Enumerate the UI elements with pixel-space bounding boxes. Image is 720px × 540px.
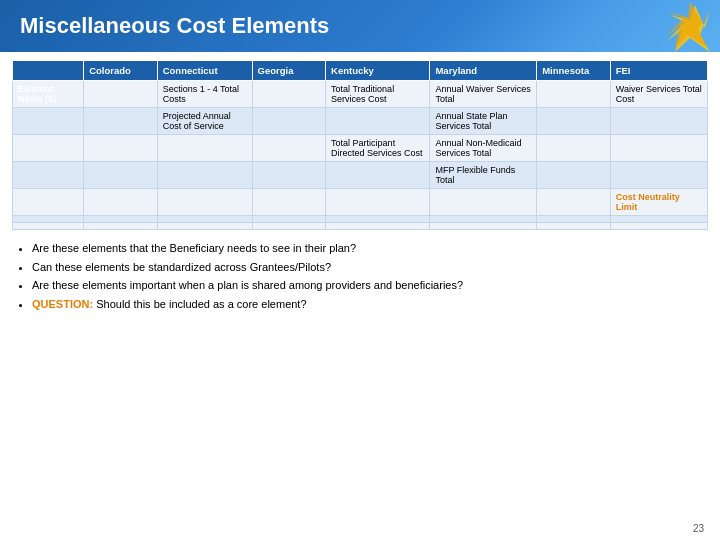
fei-cell-6 — [610, 223, 707, 230]
fei-cell-0: Waiver Services Total Cost — [610, 81, 707, 108]
connecticut-cell-2 — [157, 135, 252, 162]
col-header-colorado: Colorado — [84, 61, 158, 81]
element-name-cell-6 — [13, 223, 84, 230]
georgia-cell-2 — [252, 135, 326, 162]
maryland-cell-1: Annual State Plan Services Total — [430, 108, 537, 135]
kentucky-cell-4 — [326, 189, 430, 216]
connecticut-cell-1: Projected Annual Cost of Service — [157, 108, 252, 135]
kentucky-cell-5 — [326, 216, 430, 223]
element-name-cell-2 — [13, 135, 84, 162]
minnesota-cell-3 — [537, 162, 611, 189]
col-header-element — [13, 61, 84, 81]
table-row — [13, 216, 708, 223]
colorado-cell-2 — [84, 135, 158, 162]
connecticut-cell-3 — [157, 162, 252, 189]
georgia-cell-1 — [252, 108, 326, 135]
table-row: Cost Neutrality Limit — [13, 189, 708, 216]
georgia-cell-4 — [252, 189, 326, 216]
colorado-cell-5 — [84, 216, 158, 223]
bullet-section: Are these elements that the Beneficiary … — [0, 234, 720, 318]
maryland-cell-4 — [430, 189, 537, 216]
georgia-cell-3 — [252, 162, 326, 189]
table-row: MFP Flexible Funds Total — [13, 162, 708, 189]
fei-cell-4: Cost Neutrality Limit — [610, 189, 707, 216]
page-header: Miscellaneous Cost Elements — [0, 0, 720, 52]
header-star-decoration — [640, 0, 710, 52]
fei-cell-3 — [610, 162, 707, 189]
kentucky-cell-0: Total Traditional Services Cost — [326, 81, 430, 108]
connecticut-cell-6 — [157, 223, 252, 230]
question-text: Should this be included as a core elemen… — [96, 298, 306, 310]
question-label: QUESTION: — [32, 298, 93, 310]
minnesota-cell-0 — [537, 81, 611, 108]
fei-cell-5 — [610, 216, 707, 223]
colorado-cell-4 — [84, 189, 158, 216]
page-number: 23 — [693, 523, 704, 534]
maryland-cell-3: MFP Flexible Funds Total — [430, 162, 537, 189]
connecticut-cell-0: Sections 1 - 4 Total Costs — [157, 81, 252, 108]
colorado-cell-3 — [84, 162, 158, 189]
element-name-cell-3 — [13, 162, 84, 189]
colorado-cell-1 — [84, 108, 158, 135]
minnesota-cell-1 — [537, 108, 611, 135]
bullet-item-2: Can these elements be standardized acros… — [32, 259, 706, 276]
kentucky-cell-3 — [326, 162, 430, 189]
minnesota-cell-5 — [537, 216, 611, 223]
table-section: Colorado Connecticut Georgia Kentucky Ma… — [0, 52, 720, 234]
maryland-cell-2: Annual Non-Medicaid Services Total — [430, 135, 537, 162]
kentucky-cell-1 — [326, 108, 430, 135]
element-name-cell: Element Name ($) — [13, 81, 84, 108]
connecticut-cell-5 — [157, 216, 252, 223]
maryland-cell-6 — [430, 223, 537, 230]
minnesota-cell-2 — [537, 135, 611, 162]
minnesota-cell-6 — [537, 223, 611, 230]
fei-cell-2 — [610, 135, 707, 162]
element-name-cell-1 — [13, 108, 84, 135]
georgia-cell-6 — [252, 223, 326, 230]
georgia-cell-0 — [252, 81, 326, 108]
colorado-cell-6 — [84, 223, 158, 230]
col-header-kentucky: Kentucky — [326, 61, 430, 81]
col-header-georgia: Georgia — [252, 61, 326, 81]
col-header-fei: FEI — [610, 61, 707, 81]
cost-elements-table: Colorado Connecticut Georgia Kentucky Ma… — [12, 60, 708, 230]
col-header-connecticut: Connecticut — [157, 61, 252, 81]
col-header-maryland: Maryland — [430, 61, 537, 81]
table-row: Total Participant Directed Services Cost… — [13, 135, 708, 162]
colorado-cell-0 — [84, 81, 158, 108]
table-row: Projected Annual Cost of Service Annual … — [13, 108, 708, 135]
element-name-cell-5 — [13, 216, 84, 223]
kentucky-cell-6 — [326, 223, 430, 230]
bullet-item-1: Are these elements that the Beneficiary … — [32, 240, 706, 257]
table-row: Element Name ($) Sections 1 - 4 Total Co… — [13, 81, 708, 108]
bullet-item-4: QUESTION: Should this be included as a c… — [32, 296, 706, 313]
georgia-cell-5 — [252, 216, 326, 223]
maryland-cell-0: Annual Waiver Services Total — [430, 81, 537, 108]
kentucky-cell-2: Total Participant Directed Services Cost — [326, 135, 430, 162]
table-row — [13, 223, 708, 230]
bullet-item-3: Are these elements important when a plan… — [32, 277, 706, 294]
page-title: Miscellaneous Cost Elements — [20, 13, 329, 39]
maryland-cell-5 — [430, 216, 537, 223]
fei-cell-1 — [610, 108, 707, 135]
element-name-cell-4 — [13, 189, 84, 216]
col-header-minnesota: Minnesota — [537, 61, 611, 81]
minnesota-cell-4 — [537, 189, 611, 216]
connecticut-cell-4 — [157, 189, 252, 216]
